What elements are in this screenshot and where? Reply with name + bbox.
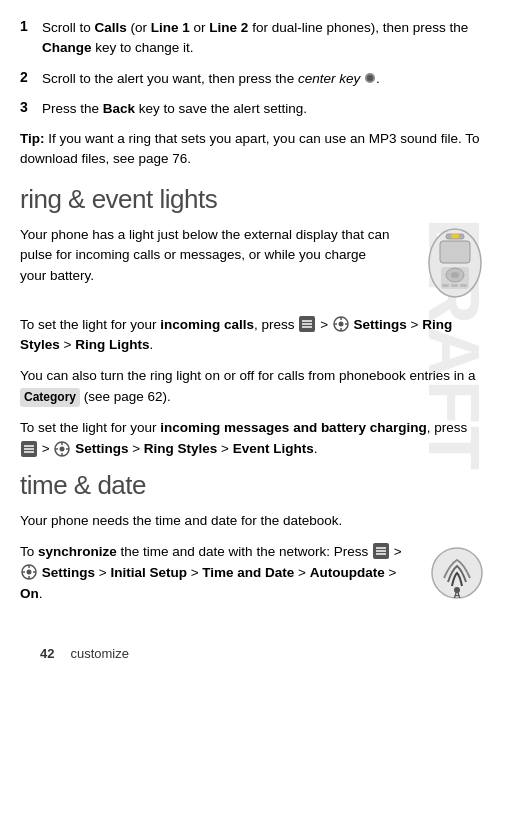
time-intro: Your phone needs the time and date for t… (20, 511, 485, 532)
ring-para1: To set the light for your incoming calls… (20, 315, 485, 357)
menu-icon (299, 316, 315, 332)
ring-intro-block: Your phone has a light just below the ex… (20, 225, 485, 305)
section-title-ring: ring & event lights (20, 184, 485, 215)
svg-point-15 (338, 321, 343, 326)
svg-point-6 (451, 272, 459, 278)
item-number: 1 (20, 18, 34, 59)
item-text: Scroll to the alert you want, then press… (42, 69, 485, 89)
svg-rect-9 (460, 284, 467, 287)
svg-rect-1 (440, 241, 470, 263)
time-sync-text: To synchronize the time and date with th… (20, 542, 420, 605)
menu-icon (21, 441, 37, 457)
item-number: 2 (20, 69, 34, 89)
settings-icon (21, 564, 37, 580)
item-number: 3 (20, 99, 34, 119)
tip-text: Tip: If you want a ring that sets you ap… (20, 129, 485, 170)
svg-point-35 (27, 570, 32, 575)
list-item-2: 2 Scroll to the alert you want, then pre… (20, 69, 485, 89)
page-footer: 42 customize (40, 646, 465, 661)
settings-icon (54, 441, 70, 457)
ring-intro-text: Your phone has a light just below the ex… (20, 225, 400, 288)
item-text: Press the Back key to save the alert set… (42, 99, 485, 119)
network-icon-illustration: A (430, 546, 485, 601)
time-sync-block: To synchronize the time and date with th… (20, 542, 485, 605)
menu-icon (373, 543, 389, 559)
svg-rect-8 (451, 284, 458, 287)
settings-icon (333, 316, 349, 332)
svg-point-3 (451, 233, 459, 238)
item-text: Scroll to Calls (or Line 1 or Line 2 for… (42, 18, 485, 59)
phone-illustration (400, 225, 485, 305)
page-number: 42 (40, 646, 54, 661)
section-title-time: time & date (20, 470, 485, 501)
footer-label: customize (70, 646, 129, 661)
category-pill: Category (20, 388, 80, 407)
svg-text:A: A (453, 589, 460, 600)
svg-point-25 (60, 446, 65, 451)
svg-rect-7 (442, 284, 449, 287)
center-key-icon (365, 73, 375, 83)
list-item-1: 1 Scroll to Calls (or Line 1 or Line 2 f… (20, 18, 485, 59)
ring-para2: You can also turn the ring light on or o… (20, 366, 485, 408)
list-item-3: 3 Press the Back key to save the alert s… (20, 99, 485, 119)
ring-para3: To set the light for your incoming messa… (20, 418, 485, 460)
